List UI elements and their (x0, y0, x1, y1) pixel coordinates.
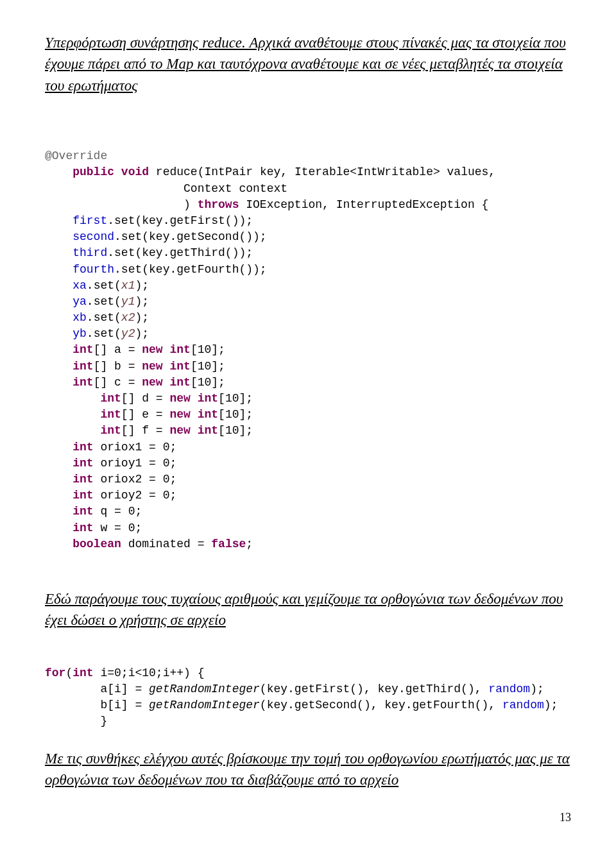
kw-int: int (73, 360, 93, 373)
field-first: first (73, 214, 107, 227)
decl-c: [] c = (94, 376, 142, 389)
kw-void: void (121, 166, 149, 178)
assign-ai: a[i] = (45, 683, 149, 695)
decl-d: [] d = (121, 392, 170, 405)
decl-dominated: dominated = (121, 538, 211, 550)
decl-e: [] e = (121, 408, 170, 421)
kw-int: int (100, 392, 121, 405)
decl-orioy2: orioy2 = 0; (94, 489, 177, 502)
kw-int: int (100, 408, 121, 421)
arr-size-10: [10]; (218, 424, 253, 437)
var-y1: y1 (121, 295, 135, 308)
method-sig-line2: Context context (45, 182, 287, 195)
var-y2: y2 (121, 327, 135, 340)
kw-int: int (73, 505, 93, 518)
paren-close: ); (135, 327, 149, 340)
kw-int: int (198, 392, 218, 405)
method-sig-line1: reduce(IntPair key, Iterable<IntWritable… (149, 166, 495, 178)
kw-int: int (169, 343, 190, 356)
paren-close: ); (544, 699, 558, 711)
page-number: 13 (45, 810, 571, 825)
arr-size-10: [10]; (218, 392, 253, 405)
kw-new: new (142, 376, 162, 389)
var-x1: x1 (121, 279, 135, 292)
for-head: i=0;i<10;i++) { (94, 667, 205, 679)
field-second: second (73, 230, 114, 243)
kw-public: public (73, 166, 114, 178)
field-random: random (502, 699, 544, 711)
paren-close: ); (135, 295, 149, 308)
decl-w: w = 0; (94, 522, 142, 534)
kw-for: for (45, 667, 65, 679)
kw-new: new (142, 343, 162, 356)
call-set: .set( (87, 295, 121, 308)
field-fourth: fourth (73, 263, 114, 276)
kw-new: new (169, 408, 190, 421)
decl-a: [] a = (94, 343, 142, 356)
paren-close: ); (135, 279, 149, 292)
field-xa: xa (73, 279, 87, 292)
paren-close: ); (530, 683, 544, 695)
call-set: .set( (87, 327, 121, 340)
decl-f: [] f = (121, 424, 170, 437)
call-getfirst: .set(key.getFirst()); (107, 214, 253, 227)
intro-paragraph-2: Εδώ παράγουμε τους τυχαίους αριθμούς και… (45, 588, 571, 631)
kw-throws: throws (198, 198, 239, 211)
intro-paragraph-3: Με τις συνθήκες ελέγχου αυτές βρίσκουμε … (45, 748, 571, 791)
kw-int: int (169, 360, 190, 373)
kw-int: int (100, 424, 121, 437)
decl-b: [] b = (94, 360, 142, 373)
assign-bi: b[i] = (45, 699, 149, 711)
args-b: (key.getSecond(), key.getFourth(), (260, 699, 502, 711)
method-sig-line3c: IOException, InterruptedException { (239, 198, 488, 211)
kw-new: new (169, 392, 190, 405)
field-ya: ya (73, 295, 87, 308)
kw-int: int (73, 343, 93, 356)
field-xb: xb (73, 311, 87, 324)
call-set: .set( (87, 279, 121, 292)
method-sig-line3a: ) (45, 198, 198, 211)
arr-size-10: [10]; (218, 408, 253, 421)
call-getsecond: .set(key.getSecond()); (114, 230, 267, 243)
fn-getrandominteger: getRandomInteger (149, 683, 260, 695)
kw-int: int (73, 441, 93, 454)
kw-int: int (198, 408, 218, 421)
decl-oriox2: oriox2 = 0; (94, 473, 177, 486)
kw-new: new (169, 424, 190, 437)
arr-size-10: [10]; (191, 360, 225, 373)
var-x2: x2 (121, 311, 135, 324)
kw-boolean: boolean (73, 538, 121, 550)
decl-q: q = 0; (94, 505, 142, 518)
kw-int: int (73, 489, 93, 502)
fn-getrandominteger: getRandomInteger (149, 699, 260, 711)
closing-brace: } (45, 715, 107, 727)
annotation-override: @Override (45, 149, 107, 162)
decl-oriox1: oriox1 = 0; (94, 441, 177, 454)
intro-paragraph-1: Υπερφόρτωση συνάρτησης reduce. Αρχικά αν… (45, 32, 571, 96)
code-block-reduce: @Override public void reduce(IntPair key… (45, 132, 571, 552)
kw-int: int (73, 667, 93, 679)
kw-int: int (73, 522, 93, 534)
kw-int: int (198, 424, 218, 437)
paren-close: ); (135, 311, 149, 324)
field-third: third (73, 246, 107, 259)
kw-int: int (73, 473, 93, 486)
decl-orioy1: orioy1 = 0; (94, 457, 177, 470)
kw-int: int (73, 376, 93, 389)
arr-size-10: [10]; (191, 376, 225, 389)
code-block-for-random: for(int i=0;i<10;i++) { a[i] = getRandom… (45, 649, 571, 730)
kw-new: new (142, 360, 162, 373)
field-random: random (488, 683, 530, 695)
call-getthird: .set(key.getThird()); (107, 246, 253, 259)
args-a: (key.getFirst(), key.getThird(), (260, 683, 488, 695)
field-yb: yb (73, 327, 87, 340)
call-getfourth: .set(key.getFourth()); (114, 263, 267, 276)
kw-false: false (211, 538, 246, 550)
kw-int: int (169, 376, 190, 389)
kw-int: int (73, 457, 93, 470)
for-open: ( (65, 667, 73, 679)
arr-size-10: [10]; (191, 343, 225, 356)
call-set: .set( (87, 311, 121, 324)
